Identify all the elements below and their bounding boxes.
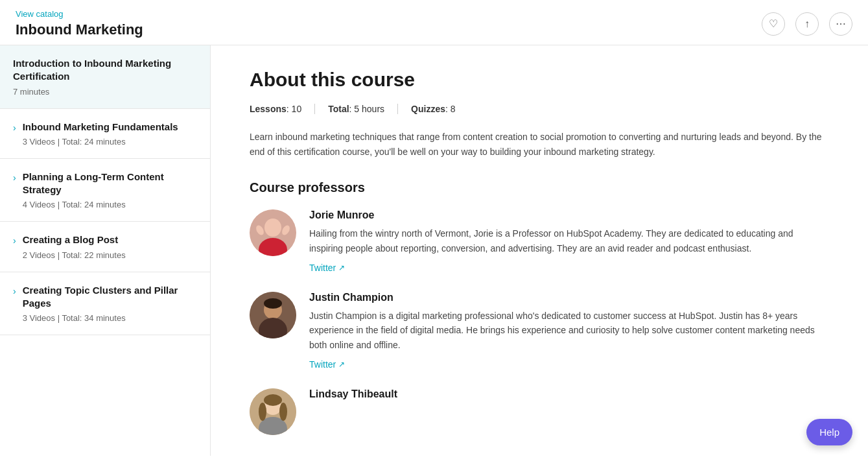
sidebar-item-title-intro: Introduction to Inbound Marketing Certif… [13,57,197,84]
header-actions: ♡ ↑ ⋯ [762,12,852,36]
about-section-title: About this course [250,69,829,91]
help-button[interactable]: Help [806,419,852,445]
sidebar-item-content-strategy[interactable]: › Planning a Long-Term Content Strategy … [0,159,210,222]
external-link-icon-jorie: ↗ [338,263,345,272]
twitter-label-justin: Twitter [309,359,336,370]
professor-card-justin: Justin Champion Justin Champion is a dig… [250,292,829,370]
chevron-right-icon-fundamentals: › [13,123,16,133]
professor-bio-jorie: Hailing from the wintry north of Vermont… [309,226,829,255]
professor-name-jorie: Jorie Munroe [309,209,829,221]
professor-twitter-justin[interactable]: Twitter ↗ [309,359,345,370]
share-button[interactable]: ↑ [795,12,819,36]
stat-lessons-value: 10 [292,104,302,114]
main-layout: Introduction to Inbound Marketing Certif… [0,45,868,456]
stat-total-label: Total [328,104,349,114]
stat-quizzes-value: 8 [451,104,456,114]
sidebar-item-header-fundamentals: › Inbound Marketing Fundamentals 3 Video… [13,121,197,147]
stat-lessons: Lessons: 10 [250,104,315,114]
content-area: About this course Lessons: 10 Total: 5 h… [211,45,868,456]
sidebar-item-intro[interactable]: Introduction to Inbound Marketing Certif… [0,45,210,109]
external-link-icon-justin: ↗ [338,360,345,369]
chevron-right-icon-content-strategy: › [13,172,16,183]
sidebar-item-meta-blog-post: 2 Videos | Total: 22 minutes [23,250,126,260]
sidebar-item-meta-content-strategy: 4 Videos | Total: 24 minutes [23,200,197,209]
svg-point-14 [259,403,266,421]
professor-twitter-jorie[interactable]: Twitter ↗ [309,263,345,273]
stat-total-value: 5 hours [354,104,384,114]
more-options-button[interactable]: ⋯ [829,12,852,36]
course-title: Inbound Marketing [16,21,143,38]
sidebar-item-blog-post[interactable]: › Creating a Blog Post 2 Videos | Total:… [0,222,210,272]
sidebar: Introduction to Inbound Marketing Certif… [0,45,211,456]
sidebar-item-meta-fundamentals: 3 Videos | Total: 24 minutes [23,137,178,147]
sidebar-item-title-topic-clusters: Creating Topic Clusters and Pillar Pages [23,284,197,311]
sidebar-item-meta-topic-clusters: 3 Videos | Total: 34 minutes [23,313,197,323]
professor-info-jorie: Jorie Munroe Hailing from the wintry nor… [309,209,829,274]
favorite-button[interactable]: ♡ [762,12,785,36]
sidebar-item-header-blog-post: › Creating a Blog Post 2 Videos | Total:… [13,233,197,259]
more-icon: ⋯ [836,18,846,30]
svg-point-9 [264,298,282,309]
chevron-right-icon-topic-clusters: › [13,286,16,296]
sidebar-item-header-topic-clusters: › Creating Topic Clusters and Pillar Pag… [13,284,197,324]
stat-quizzes-label: Quizzes [411,104,445,114]
twitter-label-jorie: Twitter [309,263,336,273]
professor-avatar-jorie [250,209,296,256]
sidebar-item-meta-intro: 7 minutes [13,87,197,97]
professor-avatar-justin [250,292,296,338]
sidebar-item-header-content-strategy: › Planning a Long-Term Content Strategy … [13,171,197,210]
header: View catalog Inbound Marketing ♡ ↑ ⋯ [0,0,868,45]
sidebar-item-title-blog-post: Creating a Blog Post [23,233,126,246]
sidebar-item-topic-clusters[interactable]: › Creating Topic Clusters and Pillar Pag… [0,272,210,336]
professor-info-justin: Justin Champion Justin Champion is a dig… [309,292,829,370]
svg-point-15 [279,403,287,421]
heart-icon: ♡ [769,18,778,30]
view-catalog-link[interactable]: View catalog [16,9,143,19]
chevron-right-icon-blog-post: › [13,235,16,246]
professor-bio-justin: Justin Champion is a digital marketing p… [309,309,829,352]
svg-point-3 [265,220,281,235]
share-icon: ↑ [804,18,810,30]
professor-avatar-lindsay [250,388,296,435]
svg-point-13 [264,394,282,406]
professor-name-lindsay: Lindsay Thibeault [309,388,397,400]
professor-info-lindsay: Lindsay Thibeault [309,388,397,435]
course-description: Learn inbound marketing techniques that … [250,130,829,160]
stat-total: Total: 5 hours [328,104,398,114]
sidebar-item-title-content-strategy: Planning a Long-Term Content Strategy [23,171,197,197]
sidebar-item-title-fundamentals: Inbound Marketing Fundamentals [23,121,178,134]
sidebar-item-fundamentals[interactable]: › Inbound Marketing Fundamentals 3 Video… [0,109,210,159]
professors-title: Course professors [250,180,829,195]
course-stats: Lessons: 10 Total: 5 hours Quizzes: 8 [250,104,829,114]
header-left: View catalog Inbound Marketing [16,9,143,38]
professor-card-lindsay: Lindsay Thibeault [250,388,829,435]
professor-card-jorie: Jorie Munroe Hailing from the wintry nor… [250,209,829,274]
professor-name-justin: Justin Champion [309,292,829,303]
stat-lessons-label: Lessons [250,104,287,114]
stat-quizzes: Quizzes: 8 [411,104,468,114]
